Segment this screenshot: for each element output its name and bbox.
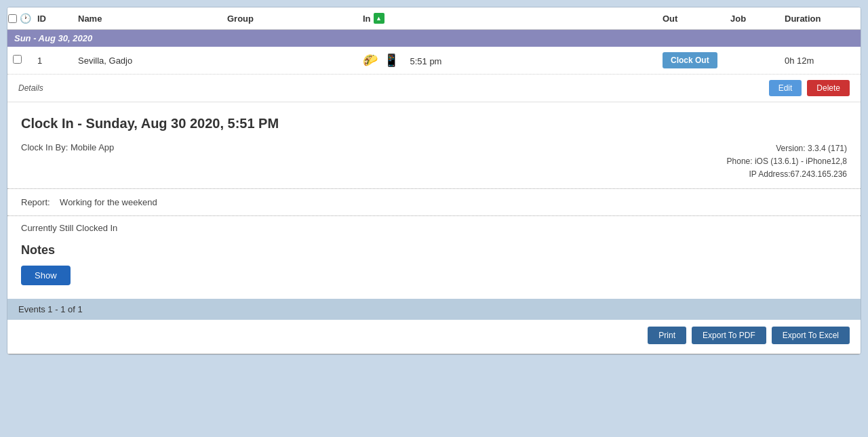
row-emoji-icons: 🌮 📱: [363, 54, 400, 67]
clock-in-detail-section: Clock In - Sunday, Aug 30 2020, 5:51 PM …: [7, 102, 861, 189]
still-clocked-in-text: Currently Still Clocked In: [21, 223, 847, 233]
row-checkbox-cell: [7, 55, 32, 66]
clock-icon: 🕐: [20, 13, 31, 24]
detail-info-row: Clock In By: Mobile App Version: 3.3.4 (…: [21, 142, 847, 182]
ip-text: IP Address:67.243.165.236: [727, 168, 847, 181]
report-text: Report: Working for the weekend: [21, 197, 157, 207]
row-name: Sevilla, Gadjo: [73, 56, 222, 66]
table-row: 1 Sevilla, Gadjo 🌮 📱 5:51 pm Clock Out 0…: [7, 47, 861, 75]
details-label: Details: [18, 83, 43, 93]
header-checkbox-cell: 🕐: [7, 13, 32, 24]
events-count-text: Events 1 - 1 of 1: [18, 304, 83, 314]
clock-out-button[interactable]: Clock Out: [663, 52, 717, 68]
status-section: Currently Still Clocked In: [7, 216, 861, 233]
row-duration: 0h 12m: [779, 56, 861, 66]
delete-button[interactable]: Delete: [807, 80, 850, 96]
export-pdf-button[interactable]: Export To PDF: [692, 327, 766, 344]
details-row: Details Edit Delete: [7, 75, 861, 102]
version-text: Version: 3.3.4 (171): [727, 142, 847, 155]
footer-events: Events 1 - 1 of 1: [7, 299, 861, 320]
row-id: 1: [32, 56, 73, 66]
col-header-job: Job: [725, 14, 779, 24]
report-value: Working for the weekend: [60, 197, 157, 207]
col-header-in: In ▲: [357, 13, 657, 24]
col-header-name: Name: [73, 14, 222, 24]
clock-in-title: Clock In - Sunday, Aug 30 2020, 5:51 PM: [21, 116, 847, 131]
version-info: Version: 3.3.4 (171) Phone: iOS (13.6.1)…: [727, 142, 847, 182]
col-header-id: ID: [32, 14, 73, 24]
select-all-checkbox[interactable]: [8, 14, 17, 23]
date-group-row: Sun - Aug 30, 2020: [7, 30, 861, 47]
print-button[interactable]: Print: [648, 327, 686, 344]
notes-section: Notes Show: [7, 240, 861, 292]
phone-text: Phone: iOS (13.6.1) - iPhone12,8: [727, 155, 847, 168]
notes-title: Notes: [21, 243, 847, 257]
footer-buttons: Print Export To PDF Export To Excel: [7, 320, 861, 351]
export-excel-button[interactable]: Export To Excel: [772, 327, 850, 344]
show-button[interactable]: Show: [21, 266, 71, 285]
sort-arrow-icon[interactable]: ▲: [374, 13, 384, 24]
row-in-time: 5:51 pm: [410, 56, 441, 66]
report-section: Report: Working for the weekend: [7, 189, 861, 216]
col-header-out: Out: [657, 14, 725, 24]
table-header: 🕐 ID Name Group In ▲ Out Job Duration: [7, 7, 861, 30]
row-out: Clock Out: [657, 52, 725, 68]
row-in: 🌮 📱 5:51 pm: [357, 53, 657, 68]
edit-button[interactable]: Edit: [769, 80, 802, 96]
clock-in-by: Clock In By: Mobile App: [21, 142, 114, 152]
col-header-group: Group: [222, 14, 357, 24]
col-header-duration: Duration: [779, 14, 861, 24]
row-checkbox[interactable]: [13, 55, 22, 64]
bottom-divider: [7, 354, 861, 354]
date-label: Sun - Aug 30, 2020: [14, 33, 92, 43]
report-label: Report:: [21, 197, 50, 207]
